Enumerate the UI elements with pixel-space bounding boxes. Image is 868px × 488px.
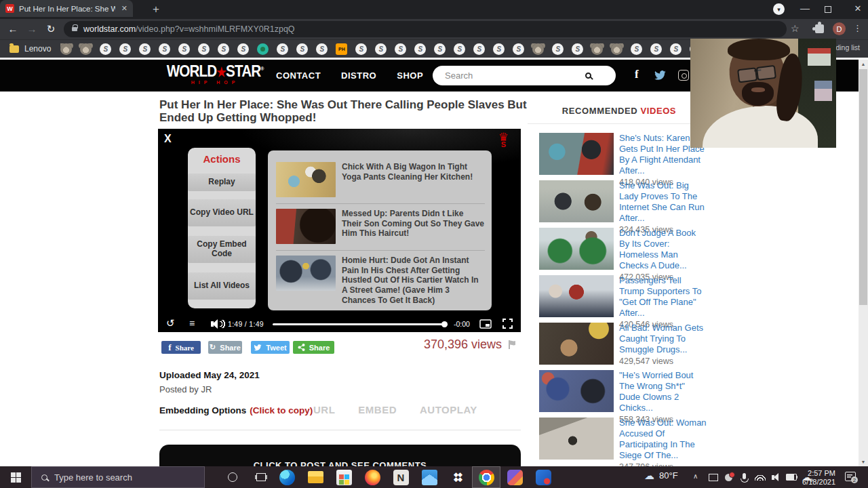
embed-option[interactable]: EMBED — [358, 404, 397, 415]
instagram-icon[interactable] — [678, 70, 689, 81]
facebook-share-button[interactable]: fShare — [161, 341, 201, 354]
globe-favicon[interactable] — [414, 43, 426, 55]
extensions-icon[interactable] — [815, 24, 824, 33]
twitter-icon[interactable] — [654, 70, 667, 83]
globe-favicon[interactable] — [198, 43, 210, 55]
globe-favicon[interactable] — [277, 43, 288, 55]
page-url[interactable]: worldstar.com/video.php?v=wshhmiMLRFMXY0… — [83, 24, 295, 34]
globe-favicon[interactable] — [316, 43, 328, 55]
site-search-input[interactable] — [433, 70, 585, 81]
video-title[interactable]: Passengers Tell Trump Supporters To "Get… — [619, 275, 707, 319]
globe-favicon[interactable] — [650, 43, 662, 55]
player-close-icon[interactable]: X — [164, 133, 172, 145]
volume-icon[interactable] — [211, 321, 214, 327]
video-thumbnail[interactable] — [539, 418, 614, 460]
globe-favicon[interactable] — [178, 43, 190, 55]
colorful-app-icon[interactable] — [500, 466, 529, 488]
wifi-icon[interactable] — [752, 472, 768, 483]
volume-icon[interactable] — [768, 472, 783, 483]
progress-knob[interactable] — [441, 321, 448, 327]
embed-option[interactable]: AUTOPLAY — [420, 404, 477, 415]
generic-share-button[interactable]: ↻Share — [208, 341, 242, 354]
store-icon[interactable] — [330, 466, 358, 488]
bookmark-folder-label[interactable]: Lenovo — [24, 44, 51, 54]
edge-icon[interactable] — [273, 466, 301, 488]
sharethis-button[interactable]: Share — [293, 341, 334, 354]
recommended-video-item[interactable]: She Was Out: Big Lady Proves To The Inte… — [539, 180, 707, 222]
monkey-favicon[interactable] — [80, 43, 92, 55]
tweet-button[interactable]: Tweet — [251, 341, 290, 354]
alert-dot-icon[interactable] — [721, 472, 736, 483]
video-thumbnail[interactable] — [539, 275, 614, 317]
pip-icon[interactable] — [479, 319, 492, 331]
player-action-button[interactable]: Copy Embed Code — [188, 236, 256, 263]
window-icon[interactable] — [705, 472, 721, 483]
globe-favicon[interactable] — [375, 43, 387, 55]
task-view-icon[interactable] — [256, 473, 266, 481]
player-action-button[interactable]: Replay — [188, 174, 256, 191]
firefox-icon[interactable] — [358, 466, 387, 488]
progress-bar[interactable] — [273, 323, 448, 325]
video-title[interactable]: Don't Judge A Book By Its Cover: Homeles… — [619, 228, 707, 271]
minimize-button[interactable]: — — [795, 3, 815, 14]
video-thumbnail[interactable] — [539, 228, 614, 270]
address-bar[interactable]: worldstar.com/video.php?v=wshhmiMLRFMXY0… — [64, 21, 787, 37]
weather-widget[interactable]: ☁ 80°F — [644, 470, 678, 481]
globe-favicon[interactable] — [355, 43, 367, 55]
blue-app-icon[interactable] — [529, 466, 557, 488]
recommended-video-item[interactable]: "He's Worried Bout The Wrong Sh*t" Dude … — [539, 370, 707, 412]
video-title[interactable]: She Was Out: Big Lady Proves To The Inte… — [619, 180, 707, 224]
related-video-item[interactable]: Messed Up: Parents Didn t Like Their Son… — [276, 203, 485, 250]
globe-favicon[interactable] — [119, 43, 131, 55]
taskbar-search[interactable] — [31, 466, 205, 488]
tray-expand-icon[interactable]: ∧ — [693, 472, 698, 480]
back-icon[interactable]: ← — [5, 23, 20, 35]
globe-favicon[interactable] — [454, 43, 465, 55]
maximize-button[interactable] — [825, 6, 831, 13]
monkey-favicon[interactable] — [611, 43, 623, 55]
file-explorer-icon[interactable] — [301, 466, 330, 488]
new-tab-button[interactable]: + — [149, 3, 163, 16]
globe-favicon[interactable] — [434, 43, 446, 55]
browser-tab[interactable]: W Put Her In Her Place: She Was Ou ✕ — [0, 0, 133, 17]
replay-icon[interactable]: ↺ — [166, 317, 175, 329]
globe-favicon[interactable] — [552, 43, 564, 55]
facebook-icon[interactable]: f — [635, 68, 639, 81]
globe-favicon[interactable] — [237, 43, 249, 55]
scrollbar-up-icon[interactable]: ▲ — [859, 60, 868, 68]
dropbox-icon[interactable] — [443, 466, 472, 488]
video-title[interactable]: "He's Worried Bout The Wrong Sh*t" Dude … — [619, 370, 707, 413]
related-video-thumbnail[interactable] — [276, 209, 336, 244]
related-video-item[interactable]: Chick With A Big Wagon In Tight Yoga Pan… — [276, 157, 485, 203]
scrollbar-down-icon[interactable]: ▼ — [859, 458, 868, 466]
mail-icon[interactable] — [415, 466, 443, 488]
bookmark-folder-icon[interactable] — [9, 45, 19, 53]
related-video-thumbnail[interactable] — [276, 162, 336, 197]
video-thumbnail[interactable] — [539, 133, 614, 175]
player-action-button[interactable]: Copy Video URL — [188, 199, 256, 226]
globe-favicon[interactable] — [159, 43, 170, 55]
globe-favicon[interactable] — [670, 43, 682, 55]
bookmark-star-icon[interactable]: ☆ — [791, 23, 800, 34]
start-button[interactable] — [0, 466, 31, 488]
search-icon[interactable] — [585, 73, 591, 79]
click-to-copy-hint[interactable]: (Click to copy) — [250, 405, 313, 415]
tab-close-icon[interactable]: ✕ — [121, 4, 127, 13]
video-thumbnail[interactable] — [539, 180, 614, 222]
video-thumbnail[interactable] — [539, 370, 614, 412]
site-nav-item[interactable]: SHOP — [397, 70, 423, 81]
related-video-thumbnail[interactable] — [276, 256, 336, 291]
notion-icon[interactable] — [387, 466, 415, 488]
recommended-video-item[interactable]: All Bad: Woman Gets Caught Trying To Smu… — [539, 323, 707, 365]
globe-favicon[interactable] — [572, 43, 583, 55]
monkey-favicon[interactable] — [60, 43, 72, 55]
lock-icon[interactable] — [72, 27, 77, 31]
embed-option[interactable]: URL — [313, 404, 335, 415]
monkey-favicon[interactable] — [591, 43, 603, 55]
forward-icon[interactable]: → — [24, 23, 39, 35]
battery-icon[interactable] — [783, 472, 799, 483]
video-player[interactable]: X ♛ S Actions ReplayCopy Video URLCopy E… — [158, 129, 521, 332]
taskbar-search-input[interactable] — [54, 472, 190, 483]
fullscreen-icon[interactable] — [502, 319, 513, 331]
globe-favicon[interactable] — [473, 43, 485, 55]
